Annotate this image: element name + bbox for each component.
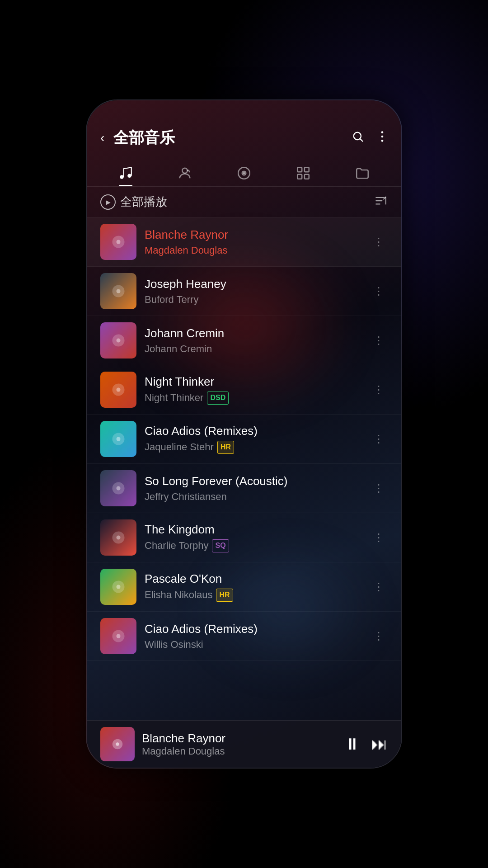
now-playing-artist: Magdalen Douglas: [142, 745, 337, 757]
svg-point-3: [381, 135, 384, 137]
now-playing-bar[interactable]: Blanche Raynor Magdalen Douglas ⏸ ⏭: [87, 720, 401, 768]
svg-point-10: [244, 173, 245, 174]
sort-icon[interactable]: [374, 195, 388, 209]
svg-point-6: [127, 174, 131, 178]
svg-point-5: [120, 175, 124, 179]
nav-tabs: [87, 157, 401, 187]
now-playing-thumb: [100, 727, 135, 761]
song-artist: Magdalen Douglas: [145, 245, 361, 256]
play-all-button[interactable]: ▶ 全部播放: [100, 194, 374, 210]
song-thumbnail: [100, 372, 136, 408]
quality-badge: HR: [216, 589, 233, 601]
svg-point-4: [381, 140, 384, 142]
song-title: Joseph Heaney: [145, 277, 361, 291]
phone-wrapper: ‹ 全部音乐: [86, 99, 402, 769]
play-all-label: 全部播放: [120, 194, 167, 210]
song-info: Joseph Heaney Buford Terry: [145, 277, 361, 306]
song-item[interactable]: Joseph Heaney Buford Terry ⋮: [87, 267, 401, 316]
now-playing-controls: ⏸ ⏭: [344, 735, 388, 754]
svg-point-30: [117, 486, 121, 491]
song-info: Ciao Adios (Remixes) Willis Osinski: [145, 622, 361, 651]
song-more-button[interactable]: ⋮: [370, 283, 388, 299]
song-title: Johann Cremin: [145, 326, 361, 340]
svg-point-36: [117, 634, 121, 638]
song-title: So Long Forever (Acoustic): [145, 474, 361, 488]
song-item[interactable]: The Kingdom Charlie Torphy SQ ⋮: [87, 513, 401, 562]
song-artist: Willis Osinski: [145, 639, 361, 651]
search-icon[interactable]: [352, 130, 364, 146]
tab-artist[interactable]: [168, 162, 202, 186]
song-item[interactable]: So Long Forever (Acoustic) Jeffry Christ…: [87, 464, 401, 513]
song-info: The Kingdom Charlie Torphy SQ: [145, 523, 361, 552]
next-button[interactable]: ⏭: [371, 735, 388, 754]
song-thumbnail: [100, 224, 136, 260]
song-info: Pascale O'Kon Elisha Nikolaus HR: [145, 572, 361, 601]
song-artist: Buford Terry: [145, 294, 361, 306]
phone-content: ‹ 全部音乐: [87, 100, 401, 768]
svg-point-34: [117, 585, 121, 589]
song-item[interactable]: Johann Cremin Johann Cremin ⋮: [87, 316, 401, 365]
play-circle-icon: ▶: [100, 194, 116, 210]
song-artist: Charlie Torphy SQ: [145, 539, 361, 552]
song-artist: Night Thinker DSD: [145, 392, 361, 404]
song-info: Johann Cremin Johann Cremin: [145, 326, 361, 355]
song-more-button[interactable]: ⋮: [370, 529, 388, 546]
song-info: Blanche Raynor Magdalen Douglas: [145, 228, 361, 256]
tab-album[interactable]: [227, 162, 261, 186]
svg-point-2: [381, 131, 384, 133]
now-playing-info: Blanche Raynor Magdalen Douglas: [142, 731, 337, 757]
song-title: Blanche Raynor: [145, 228, 361, 242]
song-item[interactable]: Ciao Adios (Remixes) Jaqueline Stehr HR …: [87, 415, 401, 464]
svg-point-0: [354, 132, 361, 139]
song-item[interactable]: Blanche Raynor Magdalen Douglas ⋮: [87, 217, 401, 267]
song-more-button[interactable]: ⋮: [370, 579, 388, 595]
svg-point-32: [117, 536, 121, 540]
song-title: Ciao Adios (Remixes): [145, 424, 361, 438]
song-thumbnail: [100, 519, 136, 556]
song-item[interactable]: Night Thinker Night Thinker DSD ⋮: [87, 365, 401, 415]
quality-badge: SQ: [212, 539, 229, 552]
song-title: The Kingdom: [145, 523, 361, 537]
tab-playlist[interactable]: [286, 162, 320, 186]
song-thumbnail: [100, 322, 136, 359]
song-more-button[interactable]: ⋮: [370, 382, 388, 398]
more-icon[interactable]: [377, 130, 388, 146]
song-thumbnail: [100, 470, 136, 506]
back-button[interactable]: ‹: [100, 131, 104, 145]
song-more-button[interactable]: ⋮: [370, 431, 388, 447]
svg-point-24: [117, 339, 121, 343]
song-title: Pascale O'Kon: [145, 572, 361, 586]
svg-rect-14: [305, 175, 309, 179]
song-more-button[interactable]: ⋮: [370, 480, 388, 496]
song-artist: Jaqueline Stehr HR: [145, 441, 361, 453]
tab-folder[interactable]: [346, 162, 379, 186]
svg-point-28: [117, 437, 121, 441]
svg-rect-13: [297, 175, 302, 179]
svg-rect-12: [305, 167, 309, 172]
song-info: Night Thinker Night Thinker DSD: [145, 375, 361, 404]
song-more-button[interactable]: ⋮: [370, 234, 388, 250]
song-thumbnail: [100, 273, 136, 309]
song-more-button[interactable]: ⋮: [370, 332, 388, 349]
song-item[interactable]: Pascale O'Kon Elisha Nikolaus HR ⋮: [87, 562, 401, 612]
song-info: So Long Forever (Acoustic) Jeffry Christ…: [145, 474, 361, 503]
song-title: Ciao Adios (Remixes): [145, 622, 361, 636]
page-title: 全部音乐: [113, 127, 339, 148]
svg-line-1: [360, 139, 362, 141]
song-title: Night Thinker: [145, 375, 361, 389]
song-thumbnail: [100, 569, 136, 605]
tab-music[interactable]: [109, 162, 142, 186]
song-artist: Johann Cremin: [145, 343, 361, 355]
song-info: Ciao Adios (Remixes) Jaqueline Stehr HR: [145, 424, 361, 453]
now-playing-title: Blanche Raynor: [142, 731, 337, 745]
quality-badge: HR: [217, 441, 234, 453]
header: ‹ 全部音乐: [87, 100, 401, 157]
quality-badge: DSD: [207, 392, 229, 404]
song-list: Blanche Raynor Magdalen Douglas ⋮ Joseph…: [87, 217, 401, 720]
song-artist: Jeffry Christiansen: [145, 491, 361, 503]
play-all-bar: ▶ 全部播放: [87, 187, 401, 217]
song-item[interactable]: Ciao Adios (Remixes) Willis Osinski ⋮: [87, 612, 401, 661]
svg-point-38: [116, 742, 119, 746]
song-more-button[interactable]: ⋮: [370, 628, 388, 644]
pause-button[interactable]: ⏸: [344, 735, 361, 754]
